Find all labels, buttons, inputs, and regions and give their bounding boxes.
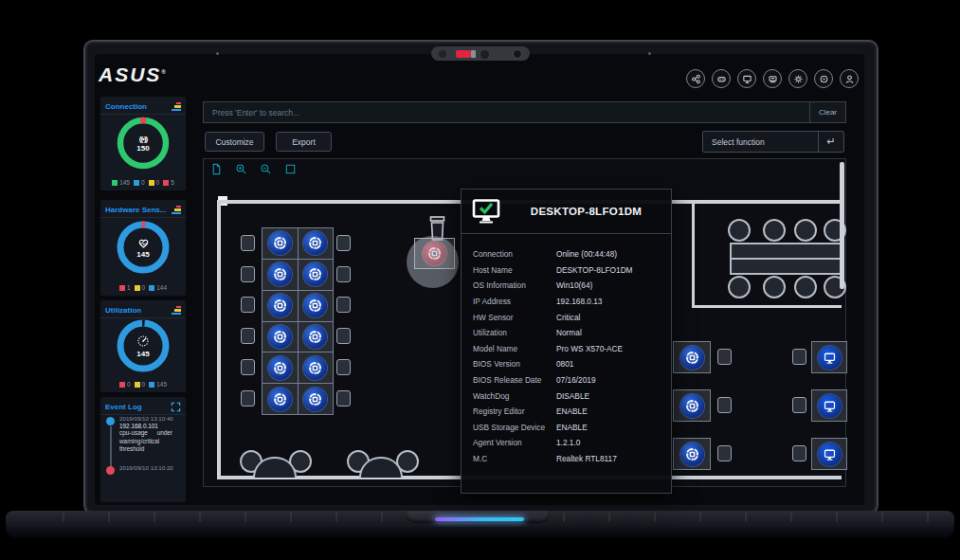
desk-tile[interactable] bbox=[811, 341, 847, 373]
legend-swatch bbox=[112, 180, 118, 186]
desk-tile[interactable] bbox=[263, 322, 298, 352]
popup-row-value: Online (00:44:48) bbox=[556, 249, 617, 259]
share-icon[interactable] bbox=[686, 69, 705, 88]
popup-row: USB Storage Device ENABLE bbox=[473, 420, 660, 436]
legend-swatch bbox=[119, 382, 125, 388]
chair bbox=[336, 390, 351, 406]
cpu-device-icon[interactable] bbox=[303, 262, 327, 286]
popup-row-value: 192.168.0.13 bbox=[556, 297, 602, 306]
zoom-out-icon[interactable] bbox=[260, 163, 272, 175]
monitor-device-icon[interactable] bbox=[818, 346, 842, 370]
desk-tile[interactable] bbox=[673, 438, 711, 470]
legend-item: 145 bbox=[149, 381, 167, 388]
legend-swatch bbox=[149, 382, 154, 388]
popup-row-value: 07/16/2019 bbox=[556, 375, 596, 385]
conference-table bbox=[730, 243, 842, 275]
cpu-device-icon[interactable] bbox=[268, 294, 292, 317]
panel-title: Hardware Sens... bbox=[105, 206, 166, 214]
event-log-list: 2019/09/10 13:10:40 192.168.0.101 cpu-us… bbox=[106, 415, 182, 485]
desk-tile[interactable] bbox=[299, 291, 334, 321]
desk-tile[interactable] bbox=[263, 228, 298, 259]
desk-tile[interactable] bbox=[299, 322, 334, 352]
export-button[interactable]: Export bbox=[276, 132, 332, 152]
gauge-value: 145 bbox=[136, 250, 149, 259]
webcam-module bbox=[431, 46, 530, 61]
chart-mini-icon[interactable] bbox=[172, 206, 181, 215]
desk-tile[interactable] bbox=[299, 260, 334, 290]
monitor-device-icon[interactable] bbox=[818, 394, 842, 418]
event-log-entry[interactable]: 2019/09/10 13:10:20 bbox=[106, 464, 182, 475]
desk-tile[interactable] bbox=[811, 438, 847, 470]
popup-row: IP Address 192.168.0.13 bbox=[473, 294, 660, 310]
event-log-entry[interactable]: 2019/09/10 13:10:40 192.168.0.101 cpu-us… bbox=[106, 415, 182, 454]
desk-tile[interactable] bbox=[811, 389, 847, 422]
wall-conference-horizontal bbox=[692, 305, 842, 308]
desk-tile[interactable] bbox=[299, 228, 334, 259]
target-icon[interactable] bbox=[814, 69, 833, 88]
select-function-dropdown[interactable]: Select function ↵ bbox=[702, 131, 844, 153]
popup-row-label: OS Information bbox=[473, 280, 556, 290]
gauge-value: 145 bbox=[136, 350, 149, 358]
popup-row: BIOS Version 0801 bbox=[473, 356, 660, 372]
cpu-device-icon[interactable] bbox=[680, 443, 704, 466]
event-time: 2019/09/10 13:10:40 bbox=[119, 415, 173, 422]
legend-swatch bbox=[149, 180, 154, 186]
customize-button[interactable]: Customize bbox=[205, 132, 264, 152]
cpu-device-icon[interactable] bbox=[268, 388, 292, 411]
expand-icon[interactable] bbox=[171, 402, 181, 412]
chart-mini-icon[interactable] bbox=[172, 102, 181, 112]
webcam-lens bbox=[480, 50, 489, 59]
cpu-device-icon[interactable] bbox=[680, 346, 704, 370]
cpu-device-icon[interactable] bbox=[680, 394, 704, 418]
file-icon[interactable] bbox=[210, 163, 223, 175]
cpu-device-icon[interactable] bbox=[303, 231, 327, 255]
map-scrollbar[interactable] bbox=[840, 162, 844, 289]
desk-tile[interactable] bbox=[263, 352, 298, 383]
chair bbox=[241, 359, 255, 375]
cpu-device-icon[interactable] bbox=[268, 325, 292, 349]
clear-button[interactable]: Clear bbox=[809, 102, 845, 122]
account-icon[interactable] bbox=[840, 69, 859, 88]
connection-legend: 145005 bbox=[100, 179, 186, 186]
desk-tile[interactable] bbox=[299, 384, 334, 414]
cpu-device-icon[interactable] bbox=[268, 262, 292, 286]
chair bbox=[241, 390, 255, 406]
cpu-device-icon[interactable] bbox=[303, 388, 327, 411]
mic-dot bbox=[216, 52, 219, 55]
search-input[interactable] bbox=[204, 107, 809, 118]
event-message: cpu-usage under warning/critical thresho… bbox=[119, 429, 172, 454]
gear-icon[interactable] bbox=[788, 69, 807, 88]
desk-tile[interactable] bbox=[263, 260, 298, 290]
monitor-device-icon[interactable] bbox=[818, 443, 842, 466]
cpu-device-icon[interactable] bbox=[303, 294, 327, 317]
popup-row: BIOS Release Date 07/16/2019 bbox=[473, 372, 660, 388]
map-toolbar bbox=[210, 163, 297, 175]
desk-tile[interactable] bbox=[263, 384, 298, 414]
chair bbox=[336, 297, 351, 313]
connection-panel-header: Connection bbox=[100, 97, 186, 115]
chart-mini-icon[interactable] bbox=[172, 306, 181, 316]
chair bbox=[336, 235, 351, 251]
desk-tile[interactable] bbox=[673, 341, 711, 373]
cpu-device-icon[interactable] bbox=[268, 356, 292, 380]
desk-tile[interactable] bbox=[263, 291, 298, 321]
utilization-gauge: 145 bbox=[115, 317, 172, 374]
chair bbox=[336, 328, 351, 344]
cpu-device-icon[interactable] bbox=[303, 356, 327, 380]
cpu-device-icon[interactable] bbox=[303, 325, 327, 349]
selection-icon[interactable] bbox=[284, 163, 297, 175]
chair bbox=[792, 397, 806, 413]
popup-row: Utilization Normal bbox=[473, 325, 660, 341]
desk-tile[interactable] bbox=[673, 389, 711, 422]
round-chair bbox=[763, 276, 786, 298]
display-icon[interactable] bbox=[737, 69, 756, 88]
computer-icon[interactable] bbox=[763, 69, 782, 88]
desk-tile[interactable] bbox=[299, 352, 334, 383]
popup-row-value: DISABLE bbox=[556, 391, 589, 401]
return-icon: ↵ bbox=[818, 132, 843, 152]
zoom-in-icon[interactable] bbox=[235, 163, 247, 175]
utilization-panel: Utilization 145 00145 bbox=[100, 300, 186, 392]
cpu-device-icon[interactable] bbox=[268, 231, 292, 255]
popup-rows: Connection Online (00:44:48) Host Name D… bbox=[462, 234, 671, 466]
hardware-icon[interactable] bbox=[712, 69, 731, 88]
